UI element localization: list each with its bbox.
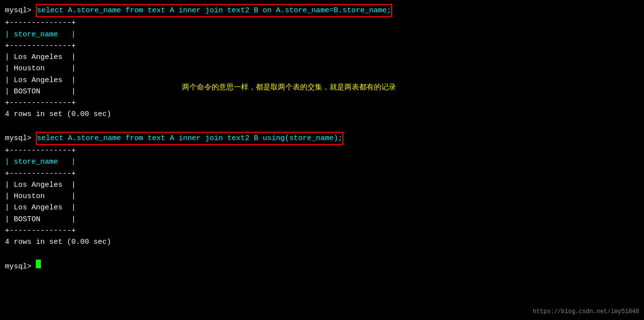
cursor-block	[36, 260, 41, 268]
command-line-2: mysql> select A.store_name from text A i…	[5, 132, 639, 145]
command-line-1: mysql> select A.store_name from text A i…	[5, 4, 639, 17]
table2-header: | store_name |	[5, 156, 639, 168]
table1-border-mid: +--------------+	[5, 40, 639, 52]
blank-line-2	[5, 248, 639, 259]
table2-row-4: | BOSTON |	[5, 214, 639, 225]
result1: 4 rows in set (0.00 sec)	[5, 109, 639, 120]
table1-row-2: | Houston |	[5, 63, 639, 74]
prompt-label-2: mysql>	[5, 133, 31, 144]
table2-row-3: | Los Angeles |	[5, 202, 639, 213]
table1-border-bot: +--------------+	[5, 97, 639, 109]
table1-row-1: | Los Angeles |	[5, 52, 639, 63]
sql-command-2: select A.store_name from text A inner jo…	[36, 132, 343, 145]
table1-border-top: +--------------+	[5, 17, 639, 29]
prompt-label-1: mysql>	[5, 5, 31, 16]
command-line-3: mysql>	[5, 260, 639, 272]
table2-row-2: | Houston |	[5, 191, 639, 202]
blank-line-1	[5, 120, 639, 132]
terminal: mysql> select A.store_name from text A i…	[0, 0, 644, 276]
sql-command-1: select A.store_name from text A inner jo…	[36, 4, 392, 17]
table2-border-mid: +--------------+	[5, 168, 639, 179]
table2-border-bot: +--------------+	[5, 225, 639, 236]
result2: 4 rows in set (0.00 sec)	[5, 236, 639, 248]
table2-row-1: | Los Angeles |	[5, 179, 639, 191]
prompt-label-3: mysql>	[5, 261, 31, 272]
table2-border-top: +--------------+	[5, 145, 639, 156]
table1-header: | store_name |	[5, 29, 639, 40]
annotation-text: 两个命令的意思一样，都是取两个表的交集，就是两表都有的记录	[182, 83, 396, 92]
watermark: https://blog.csdn.net/lmy51848	[533, 308, 639, 315]
